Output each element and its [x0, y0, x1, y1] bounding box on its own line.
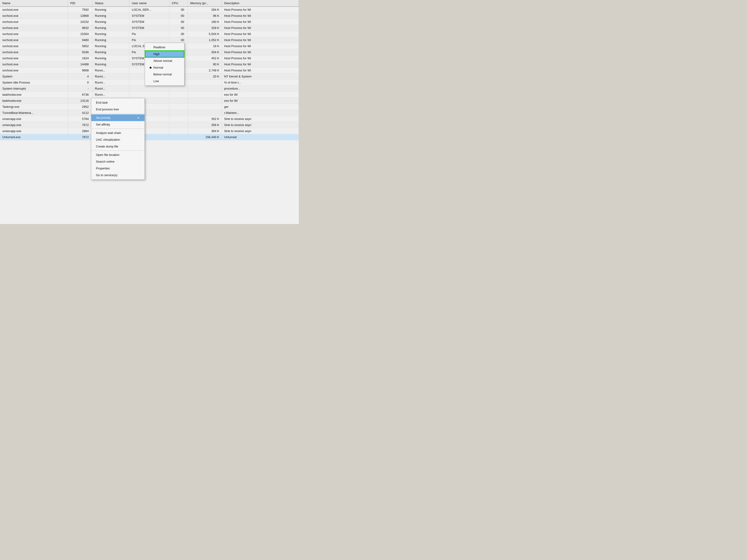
- context-menu-item[interactable]: Go to service(s): [91, 172, 145, 179]
- process-description: procedure...: [222, 86, 299, 92]
- context-menu-item[interactable]: End task: [91, 99, 145, 106]
- process-memory: 2,748 K: [188, 68, 222, 74]
- col-pid[interactable]: PID: [68, 0, 93, 6]
- process-memory: [188, 98, 222, 104]
- process-status: Running: [93, 6, 129, 13]
- context-menu[interactable]: End taskEnd process treeSet priority►Set…: [91, 98, 145, 180]
- process-username: Flo: [129, 37, 169, 43]
- process-pid: 5852: [68, 43, 93, 49]
- process-pid: 1624: [68, 55, 93, 61]
- process-status: Running: [93, 55, 129, 61]
- submenu-item[interactable]: Realtime: [145, 44, 184, 51]
- table-row[interactable]: svchost.exe 9480 Running Flo 00 1,052 K …: [0, 37, 299, 43]
- table-row[interactable]: svchost.exe 9832 Running SYSTEM 00 328 K…: [0, 25, 299, 31]
- process-name: svchost.exe: [0, 61, 68, 68]
- process-status: Runni...: [93, 74, 129, 80]
- table-row[interactable]: Taskmgr.exe 2952 Runni... ger: [0, 104, 299, 110]
- process-name: unsecapp.exe: [0, 122, 68, 128]
- submenu-label: Realtime: [153, 46, 165, 49]
- col-name[interactable]: Name: [0, 0, 68, 6]
- table-row[interactable]: unsecapp.exe 2864 Runni... 364 K Sink to…: [0, 128, 299, 134]
- process-memory: [188, 80, 222, 86]
- context-menu-label: End task: [96, 101, 108, 104]
- context-menu-item[interactable]: Set affinity: [91, 121, 145, 128]
- table-row[interactable]: TunnelBear.Maintena... 4112 Runni... r.M…: [0, 110, 299, 116]
- process-pid: 5036: [68, 49, 93, 55]
- submenu-item[interactable]: High: [145, 51, 184, 57]
- context-menu-item[interactable]: Search online: [91, 158, 145, 165]
- process-description: Host Process for Wi: [222, 61, 299, 68]
- context-menu-label: Open file location: [96, 153, 119, 157]
- table-row[interactable]: svchost.exe 7592 Running LOCAL SER... 00…: [0, 6, 299, 13]
- table-row[interactable]: svchost.exe 10232 Running SYSTEM 00 180 …: [0, 19, 299, 25]
- process-pid: 9832: [68, 25, 93, 31]
- process-memory: 364 K: [188, 128, 222, 134]
- context-menu-item[interactable]: Properties: [91, 165, 145, 172]
- process-pid: 7972: [68, 134, 93, 140]
- table-row[interactable]: Unturned.exe 7972 Running 156,440 K Untu…: [0, 134, 299, 140]
- process-cpu: [169, 134, 188, 140]
- context-menu-item[interactable]: End process tree: [91, 106, 145, 113]
- process-name: System: [0, 74, 68, 80]
- process-description: Host Process for Wi: [222, 13, 299, 19]
- process-name: unsecapp.exe: [0, 116, 68, 122]
- process-memory: 356 K: [188, 122, 222, 128]
- process-cpu: 00: [169, 31, 188, 37]
- submenu-item[interactable]: Low: [145, 78, 184, 84]
- process-pid: 13868: [68, 13, 93, 19]
- context-menu-label: Create dump file: [96, 145, 118, 148]
- col-username[interactable]: User name: [129, 0, 169, 6]
- submenu-item[interactable]: Normal: [145, 64, 184, 71]
- process-username: Flo: [129, 31, 169, 37]
- process-name: Taskmgr.exe: [0, 104, 68, 110]
- bullet-indicator: [150, 67, 152, 69]
- process-cpu: 00: [169, 6, 188, 13]
- priority-submenu[interactable]: RealtimeHighAbove normalNormalBelow norm…: [145, 43, 184, 86]
- process-memory: 284 K: [188, 6, 222, 13]
- table-row[interactable]: taskhostw.exe 6736 Runni... ess for Wi: [0, 92, 299, 98]
- process-pid: 10232: [68, 19, 93, 25]
- table-row[interactable]: unsecapp.exe 7672 Runni... 356 K Sink to…: [0, 122, 299, 128]
- submenu-item[interactable]: Below normal: [145, 71, 184, 78]
- process-memory: 180 K: [188, 19, 222, 25]
- submenu-item[interactable]: Above normal: [145, 57, 184, 64]
- process-description: Sink to receive asyn: [222, 122, 299, 128]
- context-menu-item[interactable]: Set priority►: [91, 114, 145, 121]
- process-status: Runni...: [93, 92, 129, 98]
- context-menu-label: Set priority: [96, 116, 110, 119]
- context-menu-item[interactable]: Open file location: [91, 152, 145, 158]
- process-status: Running: [93, 37, 129, 43]
- table-row[interactable]: unsecapp.exe 5784 Runni... 352 K Sink to…: [0, 116, 299, 122]
- process-description: Unturned: [222, 134, 299, 140]
- process-description: Host Process for Wi: [222, 19, 299, 25]
- process-pid: 2864: [68, 128, 93, 134]
- col-description[interactable]: Description: [222, 0, 299, 6]
- process-memory: [188, 110, 222, 116]
- process-status: Runni...: [93, 86, 129, 92]
- process-cpu: [169, 104, 188, 110]
- process-memory: 80 K: [188, 61, 222, 68]
- col-memory[interactable]: Memory (pr...: [188, 0, 222, 6]
- process-memory: 156,440 K: [188, 134, 222, 140]
- table-row[interactable]: taskhostw.exe 13116 Runni... ess for Wi: [0, 98, 299, 104]
- table-row[interactable]: svchost.exe 15304 Running Flo 00 5,504 K…: [0, 31, 299, 37]
- process-description: Host Process for Wi: [222, 37, 299, 43]
- context-menu-item[interactable]: Analyze wait chain: [91, 130, 145, 136]
- process-name: svchost.exe: [0, 13, 68, 19]
- context-menu-item[interactable]: Create dump file: [91, 143, 145, 150]
- context-menu-item[interactable]: UAC virtualization: [91, 136, 145, 143]
- submenu-label: Normal: [153, 66, 163, 69]
- process-status: Running: [93, 13, 129, 19]
- process-name: svchost.exe: [0, 6, 68, 13]
- process-cpu: 00: [169, 37, 188, 43]
- process-username: LOCAL SER...: [129, 6, 169, 13]
- process-memory: 20 K: [188, 74, 222, 80]
- menu-separator: [91, 113, 145, 114]
- col-cpu[interactable]: CPU: [169, 0, 188, 6]
- process-cpu: [169, 128, 188, 134]
- table-row[interactable]: System interrupts - Runni... procedure..…: [0, 86, 299, 92]
- col-status[interactable]: Status: [93, 0, 129, 6]
- table-row[interactable]: svchost.exe 13868 Running SYSTEM 00 96 K…: [0, 13, 299, 19]
- context-menu-label: Set affinity: [96, 123, 110, 126]
- process-status: Running: [93, 25, 129, 31]
